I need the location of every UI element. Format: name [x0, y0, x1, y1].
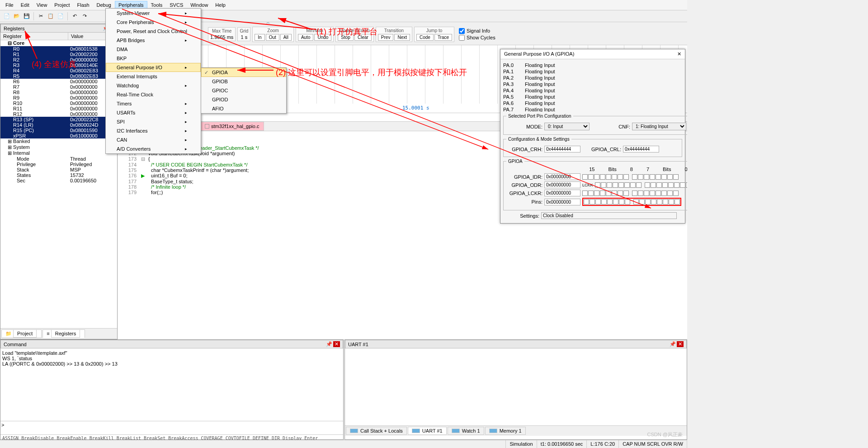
bit-checkbox[interactable] [607, 182, 612, 188]
register-row[interactable]: R110x00000000 [0, 106, 117, 111]
menu-item[interactable]: Power, Reset and Clock Control [106, 27, 201, 36]
zoom-all[interactable]: All [280, 34, 292, 41]
crh-input[interactable] [544, 146, 580, 153]
bit-checkbox[interactable] [645, 199, 651, 205]
menu-item[interactable]: Core Peripherals [106, 18, 201, 27]
register-row[interactable]: R60x00000000 [0, 79, 117, 84]
bit-checkbox[interactable] [638, 174, 643, 180]
bit-checkbox[interactable] [675, 199, 680, 205]
registers-tree[interactable]: ⊟ CoreR00x08001538R10x20002200R20x000000… [0, 40, 117, 183]
menu-project[interactable]: Project [51, 1, 73, 9]
cut-icon[interactable]: ✂ [37, 12, 45, 20]
uart-tab[interactable]: Watch 1 [448, 427, 484, 435]
redo-icon[interactable]: ↷ [80, 12, 89, 20]
bit-checkbox[interactable] [644, 174, 649, 180]
zoom-in[interactable]: In [255, 34, 264, 41]
menu-item[interactable]: External Interrupts [106, 72, 201, 81]
register-row[interactable]: R100x00000000 [0, 100, 117, 106]
uart-tab[interactable]: Memory 1 [485, 427, 526, 435]
register-row[interactable]: R15 (PC)0x08001590 [0, 128, 117, 133]
tab-registers[interactable]: ≡ Registers [42, 329, 85, 338]
bit-checkbox[interactable] [656, 174, 661, 180]
menu-item[interactable]: CAN [106, 135, 201, 144]
bit-checkbox[interactable] [618, 182, 624, 188]
bit-checkbox[interactable] [673, 174, 679, 180]
bit-checkbox[interactable] [644, 191, 649, 196]
submenu-item[interactable]: GPIOC [201, 86, 286, 95]
pins-input[interactable] [544, 199, 580, 205]
bit-checkbox[interactable] [618, 174, 623, 180]
bit-checkbox[interactable] [674, 182, 679, 188]
bit-checkbox[interactable] [600, 191, 605, 196]
jump-trace[interactable]: Trace [434, 34, 452, 41]
trans-next[interactable]: Next [394, 34, 410, 41]
uart-tab[interactable]: UART #1 [408, 427, 447, 435]
register-row[interactable]: R20x00000000 [0, 57, 117, 62]
bit-checkbox[interactable] [588, 191, 594, 196]
register-row[interactable]: R50x08002E83 [0, 73, 117, 79]
submenu-item[interactable]: GPIOD [201, 95, 286, 104]
menu-flash[interactable]: Flash [74, 1, 93, 9]
menu-edit[interactable]: Edit [17, 1, 33, 9]
register-row[interactable]: R13 (SP)0x200022C8 [0, 117, 117, 122]
register-row[interactable]: R40x08002E83 [0, 68, 117, 73]
close-icon[interactable]: ✕ [333, 341, 340, 347]
show-cycles-check[interactable]: Show Cycles [459, 35, 495, 41]
register-row[interactable]: ModeThread [0, 156, 117, 162]
idr-input[interactable] [544, 173, 580, 180]
menu-item[interactable]: APB Bridges [106, 36, 201, 45]
bit-checkbox[interactable] [651, 199, 656, 205]
bit-checkbox[interactable] [588, 174, 594, 180]
bit-checkbox[interactable] [650, 191, 655, 196]
bit-checkbox[interactable] [633, 199, 639, 205]
register-row[interactable]: PrivilegePrivileged [0, 162, 117, 167]
pin-icon[interactable]: 📌 [670, 341, 676, 347]
command-input[interactable] [1, 428, 342, 434]
bit-checkbox[interactable] [612, 191, 617, 196]
register-row[interactable]: R70x00000000 [0, 84, 117, 90]
bit-checkbox[interactable] [661, 191, 667, 196]
bit-checkbox[interactable] [673, 191, 679, 196]
paste-icon[interactable]: 📄 [57, 12, 65, 20]
register-row[interactable]: R00x08001538 [0, 46, 117, 52]
mode-select[interactable]: 0: Input [544, 123, 590, 130]
menu-item[interactable]: Watchdog [106, 81, 201, 90]
bit-checkbox[interactable] [632, 191, 637, 196]
bit-checkbox[interactable] [667, 174, 673, 180]
bit-checkbox[interactable] [667, 191, 673, 196]
bit-checkbox[interactable] [613, 182, 618, 188]
bit-checkbox[interactable] [601, 199, 607, 205]
gpio-pin-row[interactable]: PA.5Floating Input [503, 94, 682, 100]
submenu-item[interactable]: GPIOB [201, 77, 286, 86]
bit-checkbox[interactable] [686, 182, 687, 188]
bit-checkbox[interactable] [636, 182, 642, 188]
bit-checkbox[interactable] [656, 191, 661, 196]
crl-input[interactable] [623, 146, 659, 153]
gpio-pin-row[interactable]: PA.4Floating Input [503, 87, 682, 94]
register-row[interactable]: R10x20002200 [0, 52, 117, 57]
bit-checkbox[interactable] [584, 199, 589, 205]
bit-checkbox[interactable] [651, 182, 656, 188]
menu-item[interactable]: General Purpose I/O [106, 63, 201, 72]
bit-checkbox[interactable] [601, 182, 606, 188]
submenu-item[interactable]: AFIO [201, 104, 286, 113]
submenu-item[interactable]: GPIOA [201, 68, 286, 77]
bit-checkbox[interactable] [630, 182, 636, 188]
bit-checkbox[interactable] [582, 174, 588, 180]
register-row[interactable]: R14 (LR)0x0800024D [0, 122, 117, 128]
save-icon[interactable]: 💾 [23, 12, 31, 20]
bit-checkbox[interactable] [623, 174, 629, 180]
odr-input[interactable] [544, 181, 580, 188]
bit-checkbox[interactable] [600, 174, 605, 180]
bit-checkbox[interactable] [623, 191, 629, 196]
bit-checkbox[interactable] [638, 191, 643, 196]
bit-checkbox[interactable] [613, 199, 618, 205]
bit-checkbox[interactable] [657, 199, 662, 205]
bit-checkbox[interactable] [669, 199, 674, 205]
bit-checkbox[interactable] [612, 174, 617, 180]
bit-checkbox[interactable] [582, 191, 588, 196]
bit-checkbox[interactable] [624, 182, 630, 188]
menu-help[interactable]: Help [212, 1, 229, 9]
gpio-pin-row[interactable]: PA.1Floating Input [503, 68, 682, 75]
lckr-input[interactable] [544, 190, 580, 196]
